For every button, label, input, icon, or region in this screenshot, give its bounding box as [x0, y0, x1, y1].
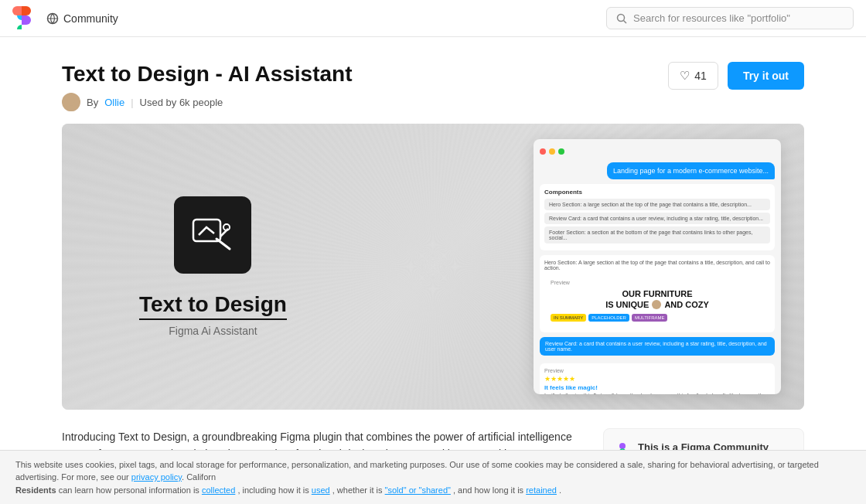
furniture-line2: IS UNIQUE: [605, 299, 649, 310]
user-message-row: Landing page for a modern e-commerce web…: [540, 162, 775, 179]
tag-placeholder: PLACEHOLDER: [588, 314, 629, 322]
cookie-including: , including how it is: [237, 485, 309, 495]
retained-link[interactable]: retained: [526, 485, 557, 495]
component-item-1: Hero Section: a large section at the top…: [544, 199, 770, 210]
furniture-line3: AND COZY: [664, 299, 708, 310]
review-response-text: Review Card: a card that contains a user…: [545, 341, 769, 352]
user-bubble: Landing page for a modern e-commerce web…: [607, 162, 775, 179]
figma-logo[interactable]: [12, 6, 37, 31]
preview-label: Preview: [551, 280, 764, 285]
svg-point-4: [64, 105, 78, 111]
header-actions: ♡ 41 Try it out: [668, 62, 804, 90]
likes-count: 41: [694, 70, 707, 82]
divider: |: [131, 97, 133, 108]
review-card-response: Review Card: a card that contains a user…: [540, 337, 775, 356]
review-text: I will gladly give this 5 stars & hope t…: [544, 393, 770, 394]
minimize-dot: [549, 148, 555, 155]
inner-preview-panel: Preview OUR FURNITURE IS UNIQUE AND COZY…: [544, 274, 770, 328]
cookie-whether: , whether it is: [332, 485, 383, 495]
cookie-and: , and how long it is: [453, 485, 523, 495]
search-icon: [616, 13, 627, 24]
component-item-2: Review Card: a card that contains a user…: [544, 213, 770, 224]
preview-container: Text to Design Figma Ai Assistant Landin…: [62, 124, 804, 410]
cookie-banner: This website uses cookies, pixel tags, a…: [0, 450, 866, 505]
maximize-dot: [558, 148, 564, 155]
california-residents-label: Residents: [15, 485, 56, 495]
review-preview-label: Preview: [544, 368, 770, 373]
author-name[interactable]: Ollie: [104, 97, 124, 108]
heart-icon: ♡: [680, 69, 690, 83]
tag-summary: IN SUMMARY: [551, 314, 586, 322]
sold-shared-link[interactable]: "sold" or "shared": [385, 485, 451, 495]
tags-row: IN SUMMARY PLACEHOLDER MULTIFRAME: [551, 314, 764, 322]
top-navigation: Community Search for resources like "por…: [0, 0, 866, 37]
plugin-logo-area: Text to Design Figma Ai Assistant: [139, 196, 287, 337]
search-placeholder: Search for resources like "portfolio": [633, 12, 790, 24]
used-by-label: Used by 6k people: [140, 97, 223, 108]
svg-point-1: [618, 14, 625, 21]
plugin-title: Text to Design - AI Assistant: [62, 62, 352, 87]
furniture-line2-row: IS UNIQUE AND COZY: [551, 299, 764, 310]
plugin-header: Text to Design - AI Assistant By Ollie |…: [62, 62, 804, 111]
author-prefix: By: [87, 97, 98, 108]
try-it-out-button[interactable]: Try it out: [728, 62, 804, 90]
main-content: Text to Design - AI Assistant By Ollie |…: [46, 37, 820, 504]
used-link[interactable]: used: [312, 485, 330, 495]
community-label: Community: [63, 12, 118, 25]
cookie-period: .: [559, 485, 561, 495]
plugin-logo-title-area: Text to Design Figma Ai Assistant: [139, 292, 287, 337]
component-item-3: Footer Section: a section at the bottom …: [544, 226, 770, 243]
collected-link[interactable]: collected: [202, 485, 235, 495]
preview-background: Text to Design Figma Ai Assistant Landin…: [62, 124, 804, 410]
plugin-display-subtitle: Figma Ai Assistant: [139, 325, 287, 337]
furniture-line1: OUR FURNITURE: [551, 288, 764, 299]
svg-point-3: [67, 97, 75, 104]
review-card-preview: Preview ★★★★★ It feels like magic! I wil…: [540, 363, 775, 394]
globe-icon: [46, 12, 59, 25]
like-button[interactable]: ♡ 41: [668, 62, 718, 90]
review-title: It feels like magic!: [544, 384, 770, 391]
components-panel: Components Hero Section: a large section…: [540, 184, 775, 250]
cookie-california: . Californ: [182, 472, 216, 482]
svg-line-2: [624, 20, 627, 23]
plugin-meta: By Ollie | Used by 6k people: [62, 93, 352, 111]
privacy-policy-link[interactable]: privacy policy: [131, 472, 182, 482]
furniture-emoji: [652, 300, 661, 309]
tag-multiframe: MULTIFRAME: [632, 314, 668, 322]
window-controls: [540, 145, 775, 158]
author-avatar: [62, 93, 80, 111]
chat-mockup: Landing page for a modern e-commerce web…: [534, 139, 781, 394]
plugin-logo-svg: [189, 212, 236, 258]
plugin-display-title: Text to Design: [139, 292, 287, 320]
hero-section-response: Hero Section: A large section at the top…: [544, 260, 770, 271]
components-label: Components: [544, 189, 770, 196]
close-dot: [540, 148, 546, 155]
search-bar[interactable]: Search for resources like "portfolio": [606, 7, 854, 29]
plugin-info: Text to Design - AI Assistant By Ollie |…: [62, 62, 352, 111]
plugin-logo-box: [174, 196, 251, 274]
star-rating: ★★★★★: [544, 375, 770, 383]
community-nav-item[interactable]: Community: [46, 12, 118, 25]
cookie-learn: can learn how personal information is: [59, 485, 199, 495]
hero-section-panel: Hero Section: A large section at the top…: [540, 255, 775, 332]
